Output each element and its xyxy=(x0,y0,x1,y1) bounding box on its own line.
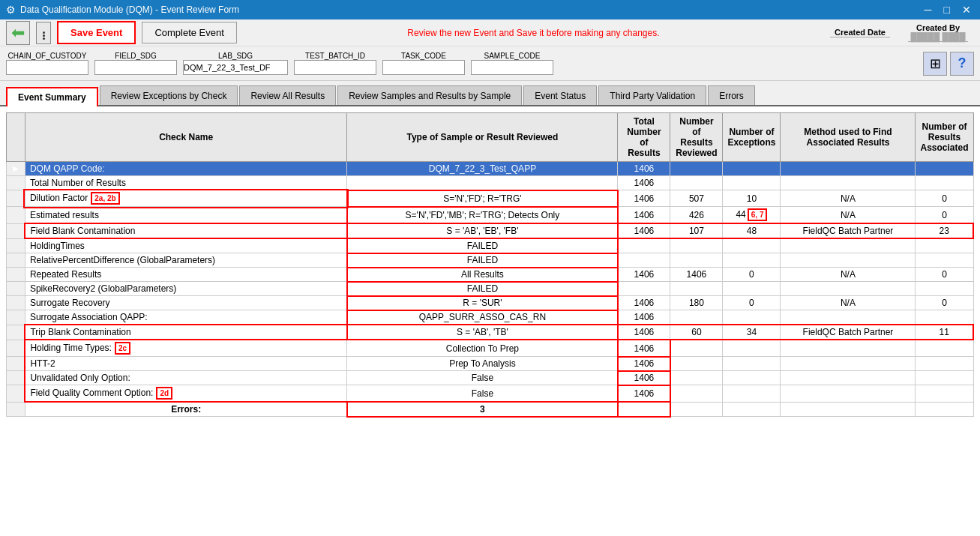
results-reviewed-cell: 60 xyxy=(670,325,723,340)
results-reviewed-cell: 426 xyxy=(670,207,723,224)
total-results-cell: 1406 xyxy=(618,207,670,224)
maximize-btn[interactable]: □ xyxy=(941,4,953,16)
results-reviewed-cell xyxy=(670,253,723,268)
table-row: Holding Time Types:2cCollection To Prep1… xyxy=(7,340,974,357)
tab-review-samples[interactable]: Review Samples and Results by Sample xyxy=(337,85,522,105)
check-name-cell: Total Number of Results xyxy=(25,176,347,190)
exceptions-cell: 0 xyxy=(723,296,781,310)
total-results-cell xyxy=(618,238,670,253)
task-code-label: TASK_CODE xyxy=(401,52,446,60)
total-results-cell xyxy=(618,402,670,417)
associated-cell xyxy=(916,357,973,371)
table-row: Field Blank ContaminationS = 'AB', 'EB',… xyxy=(7,223,974,238)
total-results-cell: 1406 xyxy=(618,310,670,325)
save-event-button[interactable]: Save Event xyxy=(57,21,136,44)
results-reviewed-cell xyxy=(670,357,723,371)
main-content: Check Name Type of Sample or Result Revi… xyxy=(0,106,980,536)
method-header: Method used to Find Associated Results xyxy=(781,113,916,162)
exceptions-cell xyxy=(723,357,781,371)
task-code-input[interactable] xyxy=(382,60,465,75)
lab-sdg-input[interactable] xyxy=(183,60,288,75)
table-row: Unvalidated Only Option:False1406 xyxy=(7,371,974,385)
method-cell xyxy=(781,340,916,357)
check-name-cell: Trip Blank Contamination xyxy=(25,325,347,340)
type-reviewed-cell: Prep To Analysis xyxy=(347,357,618,371)
method-cell: FieldQC Batch Partner xyxy=(781,223,916,238)
complete-event-button[interactable]: Complete Event xyxy=(142,22,237,43)
field-sdg-input[interactable] xyxy=(94,60,177,75)
method-cell xyxy=(781,402,916,417)
selector-col-header xyxy=(7,113,25,162)
exceptions-cell xyxy=(723,340,781,357)
arrow-back-icon[interactable]: ⬅ xyxy=(6,21,30,45)
close-btn[interactable]: ✕ xyxy=(959,4,974,16)
associated-cell: 11 xyxy=(916,325,973,340)
check-name-cell: RelativePercentDifference (GlobalParamet… xyxy=(25,253,347,268)
table-row: Field Quality Comment Option:2dFalse1406 xyxy=(7,385,974,403)
associated-cell xyxy=(916,282,973,296)
associated-cell xyxy=(916,162,973,176)
check-name-cell: Errors: xyxy=(25,402,347,417)
table-row: ►DQM QAPP Code:DQM_7_22_3_Test_QAPP1406 xyxy=(7,162,974,176)
tab-event-status[interactable]: Event Status xyxy=(523,85,597,105)
sample-code-label: SAMPLE_CODE xyxy=(484,52,540,60)
method-cell xyxy=(781,238,916,253)
exceptions-cell xyxy=(723,162,781,176)
minimize-btn[interactable]: ─ xyxy=(922,4,935,16)
created-date-label: Created Date xyxy=(835,28,886,37)
tab-review-exceptions[interactable]: Review Exceptions by Check xyxy=(100,85,238,105)
field-inputs-row: CHAIN_OF_CUSTODY FIELD_SDG LAB_SDG TEST_… xyxy=(0,46,980,81)
method-cell xyxy=(781,162,916,176)
check-name-cell: Estimated results xyxy=(25,207,347,224)
type-reviewed-cell: All Results xyxy=(347,268,618,282)
total-results-cell: 1406 xyxy=(618,190,670,207)
total-results-cell: 1406 xyxy=(618,385,670,403)
tab-event-summary[interactable]: Event Summary xyxy=(6,87,98,106)
method-cell xyxy=(781,253,916,268)
table-row: Surrogate RecoveryR = 'SUR'14061800N/A0 xyxy=(7,296,974,310)
total-results-cell: 1406 xyxy=(618,162,670,176)
type-reviewed-header: Type of Sample or Result Reviewed xyxy=(347,113,618,162)
exceptions-cell xyxy=(723,282,781,296)
associated-cell: 0 xyxy=(916,296,973,310)
type-reviewed-cell: QAPP_SURR_ASSO_CAS_RN xyxy=(347,310,618,325)
method-cell xyxy=(781,371,916,385)
tab-third-party[interactable]: Third Party Validation xyxy=(598,85,706,105)
associated-cell xyxy=(916,340,973,357)
table-row: SpikeRecovery2 (GlobalParameters)FAILED xyxy=(7,282,974,296)
tab-review-all-results[interactable]: Review All Results xyxy=(239,85,336,105)
grid-icon-button[interactable]: ⊞ xyxy=(923,52,947,76)
chain-custody-input[interactable] xyxy=(6,60,88,75)
check-name-cell: HoldingTimes xyxy=(25,238,347,253)
created-by-label: Created By xyxy=(916,23,960,32)
total-results-cell: 1406 xyxy=(618,340,670,357)
total-results-cell: 1406 xyxy=(618,325,670,340)
method-cell: FieldQC Batch Partner xyxy=(781,325,916,340)
results-reviewed-cell: 180 xyxy=(670,296,723,310)
method-cell xyxy=(781,385,916,403)
total-results-header: Total Number of Results xyxy=(618,113,670,162)
results-reviewed-header: Number of Results Reviewed xyxy=(670,113,723,162)
total-results-cell xyxy=(618,253,670,268)
test-batch-input[interactable] xyxy=(294,60,376,75)
tab-errors[interactable]: Errors xyxy=(708,85,755,105)
exceptions-cell xyxy=(723,310,781,325)
sample-code-input[interactable] xyxy=(471,60,553,75)
type-reviewed-cell: DQM_7_22_3_Test_QAPP xyxy=(347,162,618,176)
table-row: HoldingTimesFAILED xyxy=(7,238,974,253)
associated-cell xyxy=(916,402,973,417)
table-row: Surrogate Association QAPP:QAPP_SURR_ASS… xyxy=(7,310,974,325)
help-icon-button[interactable]: ? xyxy=(950,52,974,76)
total-results-cell: 1406 xyxy=(618,357,670,371)
table-row: RelativePercentDifference (GlobalParamet… xyxy=(7,253,974,268)
results-reviewed-cell xyxy=(670,282,723,296)
exceptions-cell: 48 xyxy=(723,223,781,238)
check-name-cell: Field Blank Contamination xyxy=(25,223,347,238)
type-reviewed-cell: False xyxy=(347,371,618,385)
associated-cell xyxy=(916,310,973,325)
exceptions-cell xyxy=(723,238,781,253)
associated-cell: 0 xyxy=(916,207,973,224)
results-reviewed-cell xyxy=(670,176,723,190)
associated-header: Number of Results Associated xyxy=(916,113,973,162)
method-cell: N/A xyxy=(781,296,916,310)
